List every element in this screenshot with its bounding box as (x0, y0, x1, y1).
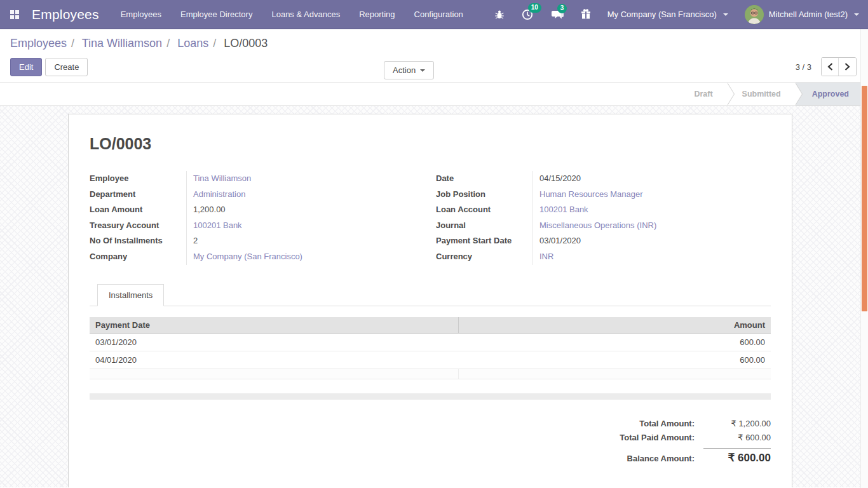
table-row[interactable]: 04/01/2020 600.00 (90, 351, 771, 369)
bug-icon (494, 10, 505, 20)
field-row: Loan Amount 1,200.00 (90, 202, 424, 218)
breadcrumb-link[interactable]: Employees (10, 37, 67, 50)
field-value: 2 (186, 233, 424, 249)
pager-next-button[interactable] (839, 58, 856, 76)
app-menu-item[interactable]: Employees (121, 10, 161, 19)
cell-payment-date: 04/01/2020 (90, 351, 458, 369)
tab-installments[interactable]: Installments (97, 284, 164, 306)
field-column-left: Employee Tina Williamson Department Admi… (90, 171, 424, 265)
notebook-tabs: Installments (90, 284, 771, 306)
installments-table: Payment Date Amount 03/01/2020 600.00 04… (90, 317, 771, 379)
field-label: No Of Installments (90, 233, 186, 249)
total-amount-value: ₹ 1,200.00 (703, 419, 771, 428)
form-view-background: LO/0003 Employee Tina Williamson Departm… (0, 106, 860, 487)
field-label: Journal (436, 218, 532, 234)
top-navbar: Employees Employees Employee Directory L… (0, 0, 868, 29)
balance-amount-row: Balance Amount: ₹ 600.00 (627, 447, 771, 464)
app-brand-title[interactable]: Employees (32, 7, 99, 22)
record-title: LO/0003 (90, 135, 771, 153)
field-row: Loan Account 100201 Bank (436, 202, 771, 218)
field-label: Date (436, 171, 532, 187)
breadcrumb-link[interactable]: Loans (177, 37, 208, 50)
status-step-submitted[interactable]: Submitted (728, 83, 796, 105)
app-menu-item[interactable]: Reporting (359, 10, 395, 19)
breadcrumb-separator: / (166, 37, 170, 50)
apps-menu-button[interactable] (0, 0, 29, 29)
field-label: Job Position (436, 187, 532, 203)
balance-amount-value: ₹ 600.00 (703, 448, 771, 464)
company-switcher[interactable]: My Company (San Francisco) (607, 10, 728, 19)
pager-previous-button[interactable] (822, 58, 839, 76)
field-value[interactable]: My Company (San Francisco) (186, 249, 424, 265)
messages-menu-button[interactable]: 3 (550, 9, 564, 20)
caret-down-icon (723, 13, 728, 16)
field-value[interactable]: Tina Williamson (186, 171, 424, 187)
field-row: Treasury Account 100201 Bank (90, 218, 424, 234)
activities-count-badge: 10 (528, 3, 541, 13)
field-value[interactable]: INR (532, 249, 771, 265)
cell-amount: 600.00 (458, 351, 771, 369)
breadcrumb-segment: Loans/ (177, 37, 220, 50)
table-header-row: Payment Date Amount (90, 317, 771, 334)
field-value[interactable]: Human Resources Manager (532, 187, 771, 203)
app-menu-item[interactable]: Configuration (414, 10, 463, 19)
app-menu-item[interactable]: Loans & Advances (271, 10, 340, 19)
chevron-right-icon (844, 63, 850, 71)
status-step-draft[interactable]: Draft (679, 83, 727, 105)
totals-section: Total Amount: ₹ 1,200.00 Total Paid Amou… (90, 419, 771, 469)
field-label: Currency (436, 249, 532, 265)
column-header-payment-date[interactable]: Payment Date (90, 317, 458, 334)
field-row: Employee Tina Williamson (90, 171, 424, 187)
action-dropdown-button[interactable]: Action (384, 61, 434, 79)
chevron-left-icon (827, 63, 833, 71)
form-sheet: LO/0003 Employee Tina Williamson Departm… (68, 114, 792, 487)
user-avatar (745, 5, 764, 24)
pager-buttons (821, 57, 857, 76)
activities-menu-button[interactable]: 10 (521, 8, 534, 21)
create-button[interactable]: Create (45, 58, 88, 76)
field-value[interactable]: 100201 Bank (186, 218, 424, 234)
field-value[interactable]: 100201 Bank (532, 202, 771, 218)
user-menu[interactable]: Mitchell Admin (test2) (745, 5, 859, 24)
breadcrumb-current: LO/0003 (224, 37, 268, 50)
field-row: Job Position Human Resources Manager (436, 187, 771, 203)
field-value[interactable]: Miscellaneous Operations (INR) (532, 218, 771, 234)
record-buttons: Edit Create (10, 58, 88, 76)
company-name: My Company (San Francisco) (607, 10, 717, 19)
field-row: No Of Installments 2 (90, 233, 424, 249)
statusbar: Draft Submitted Approved (0, 82, 868, 106)
field-group: Employee Tina Williamson Department Admi… (90, 171, 771, 265)
cell-payment-date: 03/01/2020 (90, 333, 458, 351)
debug-menu-button[interactable] (494, 10, 505, 20)
field-row: Payment Start Date 03/01/2020 (436, 233, 771, 249)
table-footer-strip (90, 393, 771, 400)
field-label: Department (90, 187, 186, 203)
field-value[interactable]: Administration (186, 187, 424, 203)
field-row: Journal Miscellaneous Operations (INR) (436, 218, 771, 234)
total-amount-label: Total Amount: (639, 419, 695, 428)
total-paid-amount-value: ₹ 600.00 (703, 433, 771, 442)
table-row[interactable]: 03/01/2020 600.00 (90, 333, 771, 351)
field-value: 03/01/2020 (532, 233, 771, 249)
apps-grid-icon (10, 10, 19, 19)
app-menu-item[interactable]: Employee Directory (180, 10, 252, 19)
edit-button[interactable]: Edit (10, 58, 42, 76)
field-value: 04/15/2020 (532, 171, 771, 187)
field-row: Company My Company (San Francisco) (90, 249, 424, 265)
field-label: Loan Account (436, 202, 532, 218)
action-label: Action (393, 65, 416, 75)
total-paid-amount-row: Total Paid Amount: ₹ 600.00 (620, 433, 771, 442)
field-row: Date 04/15/2020 (436, 171, 771, 187)
breadcrumb-link[interactable]: Tina Williamson (82, 37, 162, 50)
status-step-approved[interactable]: Approved (796, 83, 862, 105)
breadcrumb-separator: / (71, 37, 74, 50)
notifications-button[interactable] (581, 9, 591, 20)
app-menu: Employees Employee Directory Loans & Adv… (121, 10, 463, 19)
breadcrumb-separator: / (213, 37, 216, 50)
field-column-right: Date 04/15/2020 Job Position Human Resou… (436, 171, 771, 265)
column-header-amount[interactable]: Amount (458, 317, 771, 334)
scrollbar-thumb[interactable] (862, 86, 867, 311)
gift-icon (581, 9, 591, 20)
field-label: Company (90, 249, 186, 265)
navbar-systray: 10 3 My Company (San Francisco) (494, 5, 859, 24)
